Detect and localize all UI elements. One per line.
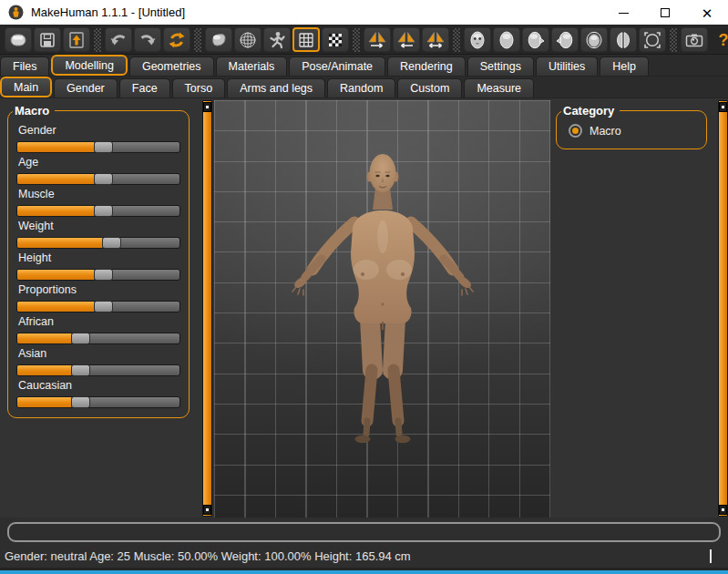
- macro-radio-label: Macro: [590, 125, 621, 138]
- height-slider-block: Height: [16, 251, 180, 281]
- subtab-measure[interactable]: Measure: [464, 78, 534, 97]
- progress-zone: [0, 518, 728, 545]
- view-front-button[interactable]: [464, 27, 491, 52]
- view-top-button[interactable]: [580, 27, 608, 52]
- view-left-button[interactable]: [522, 27, 549, 52]
- model-head: [370, 154, 396, 192]
- right-panel-scrollbar[interactable]: [718, 100, 728, 517]
- gender-slider-handle[interactable]: [94, 141, 113, 153]
- toolbar-separator: [94, 28, 101, 52]
- undo-button[interactable]: [105, 27, 132, 52]
- subtab-face[interactable]: Face: [119, 78, 170, 97]
- gender-slider-block: Gender: [16, 124, 180, 153]
- weight-slider[interactable]: [16, 237, 180, 249]
- tab-utilities[interactable]: Utilities: [536, 56, 598, 76]
- redo-button[interactable]: [134, 27, 161, 52]
- sub-tab-bar: MainGenderFaceTorsoArms and legsRandomCu…: [0, 77, 728, 98]
- view-back-button[interactable]: [493, 27, 520, 52]
- model-left-leg: [370, 319, 373, 370]
- caucasian-slider-fill: [17, 397, 71, 407]
- tab-settings[interactable]: Settings: [467, 56, 534, 76]
- toolbar-separator: [353, 28, 360, 52]
- tab-help[interactable]: Help: [600, 56, 649, 76]
- subtab-main[interactable]: Main: [0, 77, 52, 97]
- height-slider-handle[interactable]: [94, 269, 113, 281]
- view-split-button[interactable]: [610, 27, 637, 52]
- model-left-foot: [355, 436, 371, 443]
- african-slider[interactable]: [16, 333, 180, 344]
- right-scrollbar-bottom-knob[interactable]: [719, 505, 727, 515]
- close-icon: ✕: [702, 6, 713, 20]
- human-model[interactable]: [214, 100, 550, 518]
- viewport-3d[interactable]: [214, 100, 550, 518]
- maximize-icon: [661, 8, 670, 17]
- wireframe-button[interactable]: [234, 27, 261, 52]
- view-top-icon: [584, 30, 604, 50]
- load-button[interactable]: [63, 27, 90, 52]
- minimize-button[interactable]: [602, 0, 644, 26]
- macro-radio-option[interactable]: Macro: [569, 124, 698, 138]
- subtab-custom[interactable]: Custom: [397, 78, 462, 97]
- tab-pose-animate[interactable]: Pose/Animate: [289, 56, 385, 76]
- subdivide-icon: [325, 30, 345, 50]
- help-button[interactable]: ?: [710, 27, 728, 52]
- grid-icon: [296, 30, 316, 50]
- subtab-arms-and-legs[interactable]: Arms and legs: [227, 78, 325, 97]
- left-panel-scrollbar[interactable]: [202, 100, 212, 517]
- subdivide-button[interactable]: [322, 27, 349, 52]
- muscle-slider[interactable]: [16, 205, 180, 217]
- african-slider-fill: [17, 333, 71, 343]
- new-document-button[interactable]: [5, 27, 32, 52]
- proportions-slider-block: Proportions: [16, 283, 180, 313]
- macro-radio-button[interactable]: [569, 124, 582, 138]
- weight-slider-fill: [17, 238, 102, 248]
- tab-geometries[interactable]: Geometries: [129, 56, 214, 76]
- age-slider-label: Age: [18, 156, 180, 169]
- close-button[interactable]: ✕: [686, 0, 728, 26]
- gender-slider-label: Gender: [18, 124, 180, 137]
- tab-rendering[interactable]: Rendering: [387, 56, 466, 76]
- symmetry-left-button[interactable]: [393, 27, 420, 52]
- african-slider-handle[interactable]: [71, 333, 90, 344]
- pose-button[interactable]: [263, 27, 291, 52]
- subtab-torso[interactable]: Torso: [172, 78, 226, 97]
- proportions-slider-handle[interactable]: [94, 301, 113, 313]
- toolbar-group: [204, 27, 350, 52]
- left-scrollbar-bottom-knob[interactable]: [203, 505, 211, 515]
- toolbar-group: [104, 27, 191, 52]
- age-slider-handle[interactable]: [94, 173, 113, 185]
- tab-materials[interactable]: Materials: [216, 56, 288, 76]
- proportions-slider[interactable]: [16, 301, 180, 313]
- age-slider-fill: [17, 174, 94, 184]
- view-right-button[interactable]: [551, 27, 579, 52]
- smooth-shading-button[interactable]: [205, 27, 232, 52]
- tab-files[interactable]: Files: [0, 56, 49, 76]
- tab-modelling[interactable]: Modelling: [51, 55, 128, 76]
- grab-screenshot-button[interactable]: [681, 27, 708, 52]
- weight-slider-handle[interactable]: [102, 237, 121, 249]
- subtab-random[interactable]: Random: [327, 78, 395, 97]
- age-slider[interactable]: [16, 173, 180, 185]
- maximize-button[interactable]: [644, 0, 686, 26]
- gender-slider[interactable]: [16, 141, 180, 153]
- symmetry-right-button[interactable]: [364, 27, 391, 52]
- height-slider[interactable]: [16, 269, 180, 281]
- smooth-shading-icon: [209, 30, 229, 50]
- reset-button[interactable]: [163, 27, 190, 52]
- left-scrollbar-top-knob[interactable]: [203, 102, 211, 112]
- save-button[interactable]: [34, 27, 61, 52]
- view-fit-button[interactable]: [639, 27, 666, 52]
- grid-button[interactable]: [292, 27, 320, 52]
- status-text: Gender: neutral Age: 25 Muscle: 50.00% W…: [5, 549, 411, 563]
- caucasian-slider[interactable]: [16, 396, 180, 408]
- muscle-slider-handle[interactable]: [94, 205, 113, 217]
- toolbar-separator: [453, 28, 460, 52]
- right-scrollbar-top-knob[interactable]: [719, 102, 727, 112]
- window-bottom-edge: [0, 570, 728, 574]
- asian-slider-handle[interactable]: [71, 364, 90, 376]
- symmetry-both-button[interactable]: [422, 27, 449, 52]
- subtab-gender[interactable]: Gender: [54, 78, 118, 97]
- proportions-slider-fill: [17, 302, 94, 312]
- caucasian-slider-handle[interactable]: [71, 396, 90, 408]
- asian-slider[interactable]: [16, 364, 180, 376]
